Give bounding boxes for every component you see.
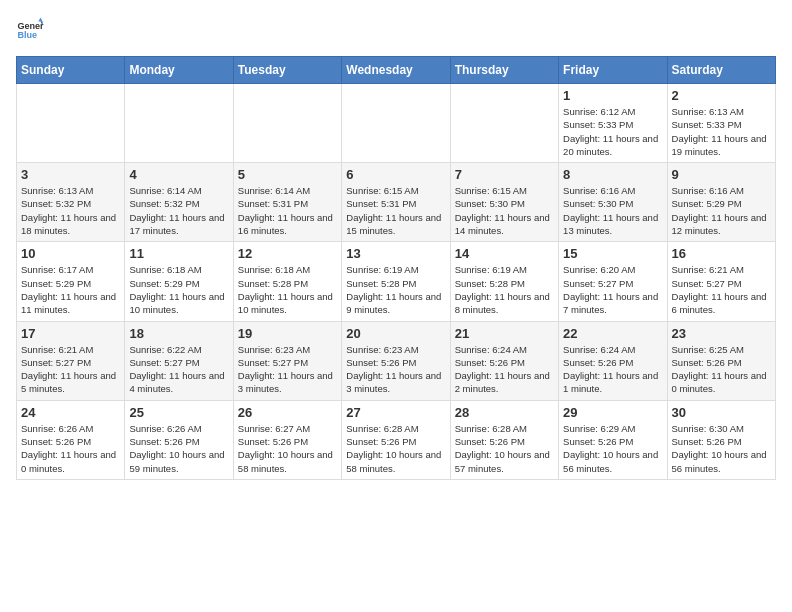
svg-text:General: General xyxy=(17,21,44,31)
day-info: Sunrise: 6:23 AM Sunset: 5:27 PM Dayligh… xyxy=(238,343,337,396)
day-info: Sunrise: 6:22 AM Sunset: 5:27 PM Dayligh… xyxy=(129,343,228,396)
calendar-cell: 21Sunrise: 6:24 AM Sunset: 5:26 PM Dayli… xyxy=(450,321,558,400)
day-info: Sunrise: 6:24 AM Sunset: 5:26 PM Dayligh… xyxy=(563,343,662,396)
calendar-cell: 19Sunrise: 6:23 AM Sunset: 5:27 PM Dayli… xyxy=(233,321,341,400)
day-number: 29 xyxy=(563,405,662,420)
logo-icon: General Blue xyxy=(16,16,44,44)
calendar-week-1: 3Sunrise: 6:13 AM Sunset: 5:32 PM Daylig… xyxy=(17,163,776,242)
day-info: Sunrise: 6:14 AM Sunset: 5:31 PM Dayligh… xyxy=(238,184,337,237)
day-info: Sunrise: 6:15 AM Sunset: 5:31 PM Dayligh… xyxy=(346,184,445,237)
day-info: Sunrise: 6:12 AM Sunset: 5:33 PM Dayligh… xyxy=(563,105,662,158)
page-header: General Blue xyxy=(16,16,776,44)
calendar-cell: 30Sunrise: 6:30 AM Sunset: 5:26 PM Dayli… xyxy=(667,400,775,479)
day-number: 5 xyxy=(238,167,337,182)
day-number: 25 xyxy=(129,405,228,420)
day-number: 17 xyxy=(21,326,120,341)
calendar-cell: 25Sunrise: 6:26 AM Sunset: 5:26 PM Dayli… xyxy=(125,400,233,479)
day-info: Sunrise: 6:13 AM Sunset: 5:33 PM Dayligh… xyxy=(672,105,771,158)
calendar-cell: 28Sunrise: 6:28 AM Sunset: 5:26 PM Dayli… xyxy=(450,400,558,479)
day-info: Sunrise: 6:30 AM Sunset: 5:26 PM Dayligh… xyxy=(672,422,771,475)
calendar-cell: 3Sunrise: 6:13 AM Sunset: 5:32 PM Daylig… xyxy=(17,163,125,242)
calendar-week-2: 10Sunrise: 6:17 AM Sunset: 5:29 PM Dayli… xyxy=(17,242,776,321)
day-number: 16 xyxy=(672,246,771,261)
weekday-header-sunday: Sunday xyxy=(17,57,125,84)
day-info: Sunrise: 6:29 AM Sunset: 5:26 PM Dayligh… xyxy=(563,422,662,475)
day-info: Sunrise: 6:23 AM Sunset: 5:26 PM Dayligh… xyxy=(346,343,445,396)
day-info: Sunrise: 6:18 AM Sunset: 5:28 PM Dayligh… xyxy=(238,263,337,316)
calendar-cell: 9Sunrise: 6:16 AM Sunset: 5:29 PM Daylig… xyxy=(667,163,775,242)
day-info: Sunrise: 6:28 AM Sunset: 5:26 PM Dayligh… xyxy=(455,422,554,475)
calendar-cell: 29Sunrise: 6:29 AM Sunset: 5:26 PM Dayli… xyxy=(559,400,667,479)
day-number: 26 xyxy=(238,405,337,420)
day-number: 23 xyxy=(672,326,771,341)
day-info: Sunrise: 6:13 AM Sunset: 5:32 PM Dayligh… xyxy=(21,184,120,237)
day-info: Sunrise: 6:28 AM Sunset: 5:26 PM Dayligh… xyxy=(346,422,445,475)
calendar-cell xyxy=(17,84,125,163)
day-number: 2 xyxy=(672,88,771,103)
day-info: Sunrise: 6:16 AM Sunset: 5:29 PM Dayligh… xyxy=(672,184,771,237)
day-info: Sunrise: 6:26 AM Sunset: 5:26 PM Dayligh… xyxy=(21,422,120,475)
calendar-cell: 5Sunrise: 6:14 AM Sunset: 5:31 PM Daylig… xyxy=(233,163,341,242)
calendar-table: SundayMondayTuesdayWednesdayThursdayFrid… xyxy=(16,56,776,480)
calendar-cell: 7Sunrise: 6:15 AM Sunset: 5:30 PM Daylig… xyxy=(450,163,558,242)
calendar-cell: 8Sunrise: 6:16 AM Sunset: 5:30 PM Daylig… xyxy=(559,163,667,242)
day-info: Sunrise: 6:16 AM Sunset: 5:30 PM Dayligh… xyxy=(563,184,662,237)
day-number: 10 xyxy=(21,246,120,261)
day-number: 15 xyxy=(563,246,662,261)
weekday-header-tuesday: Tuesday xyxy=(233,57,341,84)
day-number: 27 xyxy=(346,405,445,420)
calendar-cell: 1Sunrise: 6:12 AM Sunset: 5:33 PM Daylig… xyxy=(559,84,667,163)
calendar-cell xyxy=(125,84,233,163)
calendar-cell: 18Sunrise: 6:22 AM Sunset: 5:27 PM Dayli… xyxy=(125,321,233,400)
day-info: Sunrise: 6:17 AM Sunset: 5:29 PM Dayligh… xyxy=(21,263,120,316)
calendar-cell: 17Sunrise: 6:21 AM Sunset: 5:27 PM Dayli… xyxy=(17,321,125,400)
calendar-week-3: 17Sunrise: 6:21 AM Sunset: 5:27 PM Dayli… xyxy=(17,321,776,400)
day-info: Sunrise: 6:20 AM Sunset: 5:27 PM Dayligh… xyxy=(563,263,662,316)
calendar-cell: 26Sunrise: 6:27 AM Sunset: 5:26 PM Dayli… xyxy=(233,400,341,479)
day-number: 30 xyxy=(672,405,771,420)
day-info: Sunrise: 6:26 AM Sunset: 5:26 PM Dayligh… xyxy=(129,422,228,475)
day-number: 7 xyxy=(455,167,554,182)
day-number: 21 xyxy=(455,326,554,341)
calendar-cell: 27Sunrise: 6:28 AM Sunset: 5:26 PM Dayli… xyxy=(342,400,450,479)
day-info: Sunrise: 6:27 AM Sunset: 5:26 PM Dayligh… xyxy=(238,422,337,475)
calendar-cell xyxy=(342,84,450,163)
day-number: 9 xyxy=(672,167,771,182)
calendar-cell: 23Sunrise: 6:25 AM Sunset: 5:26 PM Dayli… xyxy=(667,321,775,400)
day-number: 12 xyxy=(238,246,337,261)
day-number: 6 xyxy=(346,167,445,182)
day-number: 8 xyxy=(563,167,662,182)
day-number: 24 xyxy=(21,405,120,420)
calendar-cell: 6Sunrise: 6:15 AM Sunset: 5:31 PM Daylig… xyxy=(342,163,450,242)
day-number: 18 xyxy=(129,326,228,341)
calendar-cell: 20Sunrise: 6:23 AM Sunset: 5:26 PM Dayli… xyxy=(342,321,450,400)
day-number: 20 xyxy=(346,326,445,341)
day-number: 13 xyxy=(346,246,445,261)
weekday-header-thursday: Thursday xyxy=(450,57,558,84)
day-info: Sunrise: 6:19 AM Sunset: 5:28 PM Dayligh… xyxy=(455,263,554,316)
svg-marker-2 xyxy=(38,17,42,21)
calendar-cell xyxy=(450,84,558,163)
day-number: 3 xyxy=(21,167,120,182)
svg-text:Blue: Blue xyxy=(17,30,37,40)
calendar-cell: 16Sunrise: 6:21 AM Sunset: 5:27 PM Dayli… xyxy=(667,242,775,321)
calendar-cell xyxy=(233,84,341,163)
day-number: 14 xyxy=(455,246,554,261)
weekday-header-wednesday: Wednesday xyxy=(342,57,450,84)
day-info: Sunrise: 6:15 AM Sunset: 5:30 PM Dayligh… xyxy=(455,184,554,237)
calendar-cell: 22Sunrise: 6:24 AM Sunset: 5:26 PM Dayli… xyxy=(559,321,667,400)
weekday-header-monday: Monday xyxy=(125,57,233,84)
calendar-cell: 10Sunrise: 6:17 AM Sunset: 5:29 PM Dayli… xyxy=(17,242,125,321)
calendar-cell: 11Sunrise: 6:18 AM Sunset: 5:29 PM Dayli… xyxy=(125,242,233,321)
day-number: 11 xyxy=(129,246,228,261)
day-number: 28 xyxy=(455,405,554,420)
day-number: 22 xyxy=(563,326,662,341)
calendar-cell: 2Sunrise: 6:13 AM Sunset: 5:33 PM Daylig… xyxy=(667,84,775,163)
day-info: Sunrise: 6:21 AM Sunset: 5:27 PM Dayligh… xyxy=(21,343,120,396)
calendar-cell: 4Sunrise: 6:14 AM Sunset: 5:32 PM Daylig… xyxy=(125,163,233,242)
day-info: Sunrise: 6:21 AM Sunset: 5:27 PM Dayligh… xyxy=(672,263,771,316)
day-number: 1 xyxy=(563,88,662,103)
day-number: 19 xyxy=(238,326,337,341)
calendar-header: SundayMondayTuesdayWednesdayThursdayFrid… xyxy=(17,57,776,84)
calendar-week-0: 1Sunrise: 6:12 AM Sunset: 5:33 PM Daylig… xyxy=(17,84,776,163)
